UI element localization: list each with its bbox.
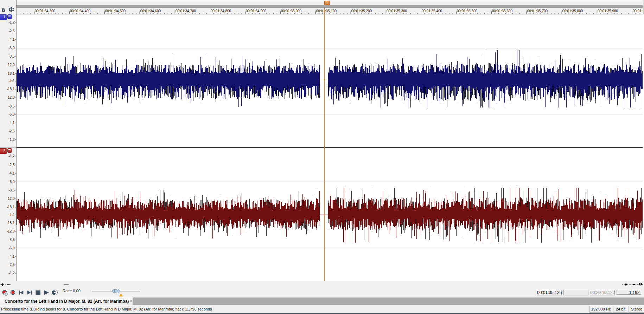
svg-text:00:01:34,800: 00:01:34,800 (211, 9, 231, 13)
svg-text:00:01:35,500: 00:01:35,500 (457, 9, 478, 13)
svg-text:-6,0: -6,0 (8, 246, 15, 250)
svg-text:-6,0: -6,0 (8, 46, 15, 50)
svg-text:00:01:34,600: 00:01:34,600 (140, 9, 161, 13)
svg-text:-12,0: -12,0 (7, 197, 15, 201)
svg-text:-8,5: -8,5 (8, 238, 15, 242)
svg-text:-4,1: -4,1 (8, 171, 15, 175)
svg-text:00:01:35,800: 00:01:35,800 (562, 9, 583, 13)
svg-text:-18,1: -18,1 (7, 205, 15, 209)
svg-text:00:01:35,000: 00:01:35,000 (281, 9, 302, 13)
svg-text:-18,1: -18,1 (7, 87, 15, 91)
svg-text:-4,1: -4,1 (8, 255, 15, 259)
svg-text:-18,1: -18,1 (7, 72, 15, 76)
svg-text:-2,5: -2,5 (8, 263, 15, 267)
svg-text:00:01:36,000: 00:01:36,000 (633, 9, 644, 13)
svg-text:-12,0: -12,0 (7, 96, 15, 99)
svg-text:-Inf.: -Inf. (8, 213, 14, 217)
svg-text:00:01:35,900: 00:01:35,900 (598, 9, 618, 13)
svg-text:-12,0: -12,0 (7, 63, 15, 67)
svg-text:-2,5: -2,5 (8, 163, 15, 167)
svg-text:-1,2: -1,2 (8, 271, 15, 275)
svg-text:-4,1: -4,1 (8, 121, 15, 125)
svg-text:-8,5: -8,5 (8, 104, 15, 108)
svg-text:00:01:35,200: 00:01:35,200 (351, 9, 372, 13)
svg-text:-6,0: -6,0 (8, 112, 15, 116)
svg-text:00:01:35,400: 00:01:35,400 (422, 9, 442, 13)
svg-text:-1,2: -1,2 (8, 20, 15, 24)
svg-text:00:01:35,700: 00:01:35,700 (527, 9, 548, 13)
svg-text:-1,2: -1,2 (8, 154, 15, 158)
svg-text:-Inf.: -Inf. (8, 79, 14, 83)
svg-text:-6,0: -6,0 (8, 180, 15, 184)
svg-text:00:01:34,500: 00:01:34,500 (105, 9, 126, 13)
svg-text:00:01:35,300: 00:01:35,300 (387, 9, 407, 13)
svg-text:-1,2: -1,2 (8, 138, 15, 142)
svg-text:-8,5: -8,5 (8, 54, 15, 58)
svg-text:-8,5: -8,5 (8, 188, 15, 192)
svg-text:-4,1: -4,1 (8, 38, 15, 41)
svg-text:00:01:34,700: 00:01:34,700 (176, 9, 196, 13)
svg-text:00:01:35,600: 00:01:35,600 (492, 9, 513, 13)
svg-text:-18,1: -18,1 (7, 221, 15, 225)
svg-text:00:01:35,100: 00:01:35,100 (316, 9, 337, 13)
svg-text:-2,5: -2,5 (8, 129, 15, 133)
svg-text:00:01:34,400: 00:01:34,400 (70, 9, 91, 13)
svg-text:-12,0: -12,0 (7, 229, 15, 233)
svg-text:-2,5: -2,5 (8, 29, 15, 33)
svg-text:00:01:34,900: 00:01:34,900 (246, 9, 267, 13)
svg-text:00:01:34,300: 00:01:34,300 (35, 9, 56, 13)
